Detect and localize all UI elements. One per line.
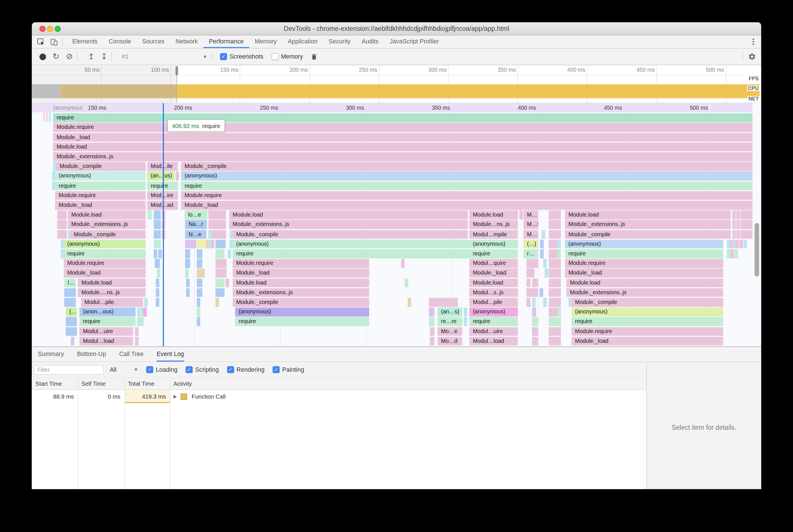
flame-bar[interactable] xyxy=(527,279,531,287)
flame-bar[interactable]: (anonymous) xyxy=(469,240,518,249)
painting-checkbox[interactable]: ✓Painting xyxy=(273,366,304,373)
flame-bar[interactable]: l… xyxy=(64,279,76,287)
flame-bar[interactable] xyxy=(197,317,200,326)
column-divider[interactable] xyxy=(78,378,78,489)
settings-gear-icon[interactable] xyxy=(748,53,756,61)
flame-bar[interactable] xyxy=(557,259,561,268)
flame-bar[interactable]: Module.require xyxy=(53,123,753,132)
flame-bar[interactable] xyxy=(405,279,408,287)
flame-bar[interactable] xyxy=(540,240,543,249)
flame-bar[interactable] xyxy=(543,259,547,268)
flame-bar[interactable] xyxy=(216,288,225,297)
flame-bar[interactable]: Module._extensions..js xyxy=(566,288,723,297)
flame-bar[interactable] xyxy=(739,240,743,249)
flame-bar[interactable] xyxy=(197,279,202,287)
flame-bar[interactable]: (anonymous) xyxy=(235,307,369,316)
flame-bar[interactable] xyxy=(225,279,229,287)
flame-bar[interactable] xyxy=(208,230,212,239)
flame-bar[interactable] xyxy=(532,298,535,307)
flame-bar[interactable] xyxy=(57,230,67,239)
flame-bar[interactable]: Module._compile xyxy=(70,230,146,239)
flame-bar[interactable]: Module.load xyxy=(53,142,753,151)
flame-bar[interactable] xyxy=(401,259,405,268)
memory-checkbox[interactable]: Memory xyxy=(271,53,303,60)
flame-bar[interactable]: Modul…uire xyxy=(469,327,518,336)
flame-bar[interactable]: (anonymous) xyxy=(233,240,468,249)
flame-bar[interactable] xyxy=(430,327,435,336)
flame-bar[interactable] xyxy=(197,240,205,249)
flame-bar[interactable]: require xyxy=(469,249,518,258)
flame-bar[interactable]: Module.require xyxy=(55,191,146,200)
flame-bar[interactable] xyxy=(429,317,434,326)
flame-bar[interactable]: (…) xyxy=(523,240,538,249)
flame-bar[interactable]: require xyxy=(79,317,135,326)
column-header-total-time[interactable]: Total Time xyxy=(124,381,170,386)
flame-bar[interactable]: Module._compile xyxy=(565,230,731,239)
flame-bar[interactable] xyxy=(66,327,77,336)
session-dropdown-icon[interactable]: ▼ xyxy=(203,54,207,59)
flame-bar[interactable] xyxy=(736,211,740,220)
checkbox-checked-icon[interactable]: ✓ xyxy=(227,366,234,373)
flame-bar[interactable]: Module.load xyxy=(68,211,146,220)
flame-bar[interactable] xyxy=(408,298,411,307)
flame-bar[interactable]: Module.require xyxy=(233,259,369,268)
tab-performance[interactable]: Performance xyxy=(203,35,249,48)
flame-bar[interactable] xyxy=(532,327,538,336)
flame-bar[interactable] xyxy=(464,317,467,326)
column-header-start-time[interactable]: Start Time xyxy=(32,381,78,386)
flame-bar[interactable] xyxy=(735,240,739,249)
filter-input[interactable] xyxy=(34,365,104,375)
flame-bar[interactable] xyxy=(216,249,225,258)
flame-bar[interactable] xyxy=(743,240,747,249)
flame-bar[interactable] xyxy=(185,249,190,258)
flame-bar[interactable] xyxy=(527,259,538,268)
expand-triangle-icon[interactable]: ▶ xyxy=(173,390,177,403)
flame-bar[interactable]: Modul…uire xyxy=(79,327,133,336)
flame-bar[interactable] xyxy=(148,211,152,220)
flame-bar[interactable]: require xyxy=(55,182,146,190)
scripting-checkbox[interactable]: ✓Scripting xyxy=(186,366,219,373)
flame-bar[interactable] xyxy=(727,249,730,258)
flame-bar[interactable] xyxy=(519,211,523,220)
flame-bar[interactable] xyxy=(557,317,561,326)
flame-bar[interactable] xyxy=(740,211,752,220)
flame-bar[interactable] xyxy=(154,220,161,229)
flame-bar[interactable] xyxy=(176,172,179,180)
flame-bar[interactable] xyxy=(216,240,225,249)
flame-bar[interactable]: Module._extensions..js xyxy=(53,152,753,161)
flame-bar[interactable] xyxy=(57,211,67,220)
flame-bar[interactable]: Module._load xyxy=(53,133,753,142)
flame-bar[interactable] xyxy=(557,337,561,345)
flame-bar[interactable]: re…re xyxy=(437,317,462,326)
flame-bar[interactable]: Mo…d xyxy=(437,337,462,345)
duration-filter-dropdown-icon[interactable]: ▼ xyxy=(134,367,139,372)
checkbox-unchecked-icon[interactable] xyxy=(271,53,278,60)
flame-bar[interactable] xyxy=(527,269,535,278)
flame-bar[interactable] xyxy=(154,240,161,249)
flame-bar[interactable] xyxy=(527,288,538,297)
flame-bar[interactable]: Module.require xyxy=(565,259,723,268)
flame-bar[interactable]: Module._extensions..js xyxy=(68,220,146,229)
flame-bar[interactable] xyxy=(740,220,752,229)
loading-checkbox[interactable]: ✓Loading xyxy=(146,366,178,373)
flame-bar[interactable]: Module._load xyxy=(469,269,518,278)
flame-bar[interactable] xyxy=(532,279,538,287)
tab-application[interactable]: Application xyxy=(282,35,323,48)
flame-bar[interactable]: Module.load xyxy=(233,279,369,287)
flame-bar[interactable]: Module.load xyxy=(566,279,723,287)
flame-bar[interactable] xyxy=(140,317,144,326)
flame-bar[interactable] xyxy=(227,249,231,258)
tab-sources[interactable]: Sources xyxy=(137,35,170,48)
column-divider[interactable] xyxy=(170,378,170,489)
flame-bar[interactable] xyxy=(549,230,561,239)
flame-bar[interactable] xyxy=(532,337,538,345)
flame-bar[interactable] xyxy=(736,220,740,229)
flame-bar[interactable] xyxy=(154,211,161,220)
inspect-element-icon[interactable] xyxy=(37,38,45,46)
flame-bar[interactable] xyxy=(197,307,200,316)
timeline-overview[interactable]: 50 ms100 ms150 ms200 ms250 ms300 ms350 m… xyxy=(32,66,761,102)
flame-bar[interactable]: lo…e xyxy=(185,211,207,220)
flame-bar[interactable]: Module.load xyxy=(469,211,518,220)
more-options-icon[interactable] xyxy=(750,39,757,45)
checkbox-checked-icon[interactable]: ✓ xyxy=(146,366,153,373)
